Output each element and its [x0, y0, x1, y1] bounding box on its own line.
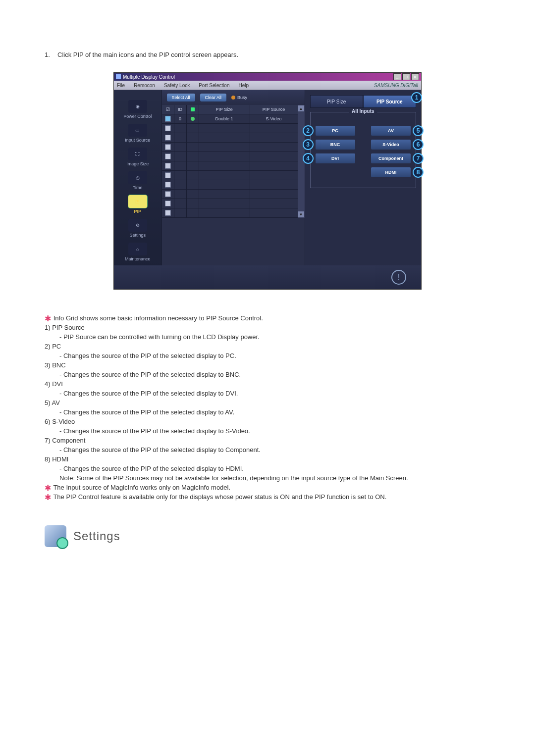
row-pip-size: Double 1: [199, 114, 250, 123]
input-hdmi-button[interactable]: HDMI: [371, 167, 411, 177]
row-checkbox[interactable]: [165, 163, 171, 169]
power-icon: ◉: [128, 100, 147, 113]
busy-dot-icon: [231, 96, 235, 100]
status-dot-icon: [191, 117, 195, 121]
sidebar: ◉Power Control ▭Input Source ⛶Image Size…: [114, 90, 161, 265]
clear-all-button[interactable]: Clear All: [200, 94, 227, 101]
sidebar-item-pip[interactable]: ◳PIP: [114, 195, 161, 214]
description: ✱ Info Grid shows some basic information…: [45, 314, 490, 501]
app-window: Multiple Display Control _ □ × File Remo…: [113, 72, 422, 290]
row-pip-source: S-Video: [250, 114, 298, 123]
input-av-button[interactable]: AV: [371, 126, 411, 136]
callout-4: 4: [303, 153, 314, 164]
callout-2: 2: [303, 125, 314, 136]
settings-section-icon: [45, 525, 66, 547]
section-title: Settings: [73, 529, 120, 543]
col-status[interactable]: [187, 105, 199, 114]
info-icon[interactable]: !: [391, 270, 406, 285]
callout-6: 6: [413, 139, 424, 150]
time-icon: ◴: [128, 171, 147, 184]
col-pip-source[interactable]: PIP Source: [250, 105, 298, 114]
table-header: ☑ ID PIP Size PIP Source: [162, 105, 298, 114]
sidebar-item-image-size[interactable]: ⛶Image Size: [114, 148, 161, 166]
note-text: Note: Some of the PIP Sources may not be…: [45, 474, 490, 482]
callout-8: 8: [413, 167, 424, 178]
table-row[interactable]: [162, 208, 298, 218]
window-title: Multiple Display Control: [123, 74, 175, 80]
section-heading: Settings: [45, 525, 490, 547]
all-inputs-group: All Inputs 2PC AV5 3BNC S-Video6 4DVI Co…: [310, 112, 416, 188]
image-size-icon: ⛶: [128, 148, 147, 160]
star-icon: ✱: [45, 494, 52, 501]
row-checkbox[interactable]: [165, 191, 171, 197]
brand-logo: SAMSUNG DIGITall: [374, 83, 418, 88]
sidebar-item-settings[interactable]: ⚙Settings: [114, 219, 161, 238]
row-checkbox[interactable]: [165, 210, 171, 216]
display-table: ☑ ID PIP Size PIP Source 0 Double 1 S-Vi…: [162, 105, 298, 218]
callout-3: 3: [303, 139, 314, 150]
col-id[interactable]: ID: [174, 105, 187, 114]
input-component-button[interactable]: Component: [371, 153, 411, 163]
col-check[interactable]: ☑: [162, 105, 174, 114]
col-pip-size[interactable]: PIP Size: [199, 105, 250, 114]
minimize-button[interactable]: _: [393, 73, 401, 80]
main-panel: Select All Clear All Busy ☑ ID PIP Size …: [161, 90, 305, 265]
all-inputs-legend: All Inputs: [349, 108, 377, 114]
sidebar-item-time[interactable]: ◴Time: [114, 171, 161, 190]
callout-5: 5: [413, 125, 424, 136]
input-dvi-button[interactable]: DVI: [316, 153, 355, 163]
row-checkbox[interactable]: [165, 144, 171, 150]
table-row[interactable]: [162, 152, 298, 161]
sidebar-item-maintenance[interactable]: ⌂Maintenance: [114, 243, 161, 261]
menu-remocon[interactable]: Remocon: [134, 83, 155, 88]
maximize-button[interactable]: □: [402, 73, 410, 80]
select-all-button[interactable]: Select All: [167, 94, 195, 101]
scroll-down-icon[interactable]: ▼: [298, 211, 304, 217]
table-row[interactable]: [162, 199, 298, 208]
row-checkbox[interactable]: [165, 135, 171, 141]
app-icon: [116, 74, 121, 79]
row-checkbox[interactable]: [165, 153, 171, 159]
table-row[interactable]: [162, 180, 298, 190]
input-pc-button[interactable]: PC: [316, 126, 355, 136]
intro-text: 1.Click PIP of the main icons and the PI…: [45, 51, 490, 58]
table-row[interactable]: 0 Double 1 S-Video: [162, 114, 298, 124]
table-row[interactable]: [162, 161, 298, 171]
input-icon: ▭: [128, 124, 147, 137]
row-checkbox[interactable]: [165, 201, 171, 206]
table-row[interactable]: [162, 133, 298, 143]
busy-indicator: Busy: [231, 95, 247, 100]
table-row[interactable]: [162, 171, 298, 180]
menu-help[interactable]: Help: [238, 83, 249, 88]
close-button[interactable]: ×: [411, 73, 419, 80]
star-icon: ✱: [45, 315, 52, 322]
menubar: File Remocon Safety Lock Port Selection …: [114, 81, 421, 90]
callout-1: 1: [411, 92, 422, 103]
input-bnc-button[interactable]: BNC: [316, 140, 355, 150]
star-icon: ✱: [45, 485, 52, 491]
menu-port-selection[interactable]: Port Selection: [199, 83, 229, 88]
row-id: 0: [174, 114, 187, 123]
control-panel: PIP Size PIP Source 1 All Inputs 2PC AV5…: [305, 90, 421, 265]
callout-7: 7: [413, 153, 424, 164]
row-checkbox[interactable]: [165, 172, 171, 178]
tab-pip-size[interactable]: PIP Size: [310, 95, 363, 108]
pip-icon: ◳: [128, 195, 147, 208]
tab-pip-source[interactable]: PIP Source: [363, 95, 416, 108]
maintenance-icon: ⌂: [128, 243, 147, 255]
row-checkbox[interactable]: [165, 125, 171, 131]
menu-file[interactable]: File: [117, 83, 125, 88]
sidebar-item-power-control[interactable]: ◉Power Control: [114, 100, 161, 119]
titlebar[interactable]: Multiple Display Control _ □ ×: [114, 73, 421, 81]
sidebar-item-input-source[interactable]: ▭Input Source: [114, 124, 161, 143]
input-svideo-button[interactable]: S-Video: [371, 140, 411, 150]
scroll-up-icon[interactable]: ▲: [298, 105, 304, 111]
table-row[interactable]: [162, 143, 298, 152]
row-checkbox[interactable]: [165, 182, 171, 188]
statusbar: !: [114, 265, 421, 289]
row-checkbox[interactable]: [165, 116, 171, 122]
settings-icon: ⚙: [128, 219, 147, 232]
table-row[interactable]: [162, 190, 298, 199]
table-row[interactable]: [162, 124, 298, 133]
menu-safety-lock[interactable]: Safety Lock: [164, 83, 190, 88]
